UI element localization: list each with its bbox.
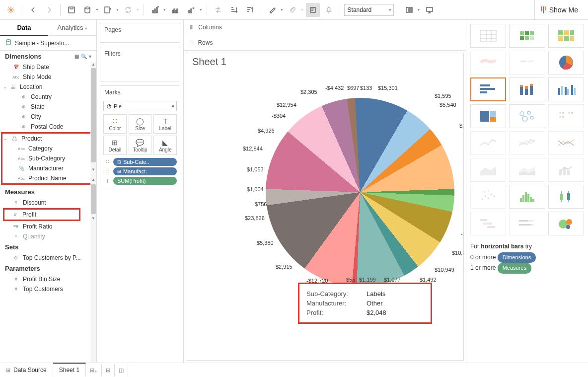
showme-pie[interactable] — [548, 51, 584, 75]
search-icon[interactable]: 🔍 — [81, 54, 87, 59]
rows-shelf[interactable]: ≡Rows — [184, 35, 466, 51]
showme-bullet[interactable] — [509, 212, 545, 235]
forward-button[interactable] — [42, 3, 56, 17]
showme-histogram[interactable] — [509, 185, 545, 209]
field-location[interactable]: ⌄品Location — [0, 82, 96, 92]
showme-line-discrete[interactable] — [509, 131, 545, 155]
showme-symbol-map[interactable] — [470, 51, 506, 75]
showme-highlight-table[interactable] — [548, 24, 584, 48]
view-as-list-icon[interactable]: ▦ — [74, 54, 79, 59]
tab-sheet-1[interactable]: Sheet 1 — [53, 363, 86, 377]
viz-area[interactable]: Sheet 1 $133 $15,301 $1,595 $5,540 $1,70… — [186, 53, 464, 361]
attach-button[interactable] — [286, 3, 299, 17]
field-city[interactable]: ⊕City — [0, 112, 96, 122]
showme-filled-map[interactable] — [509, 51, 545, 75]
mark-type-dropdown[interactable]: ◔Pie — [103, 101, 177, 111]
new-datasource-button[interactable] — [80, 3, 94, 17]
showme-circle-views[interactable] — [509, 104, 545, 128]
showme-scatter[interactable]: ++ — [470, 185, 506, 209]
new-worksheet-button[interactable] — [101, 3, 115, 17]
save-button[interactable] — [65, 3, 78, 17]
field-profit-ratio[interactable]: =#Profit Ratio — [0, 222, 96, 231]
field-sub-category[interactable]: AbcSub-Category — [2, 153, 91, 163]
tab-data-source[interactable]: ⊞Data Source — [0, 364, 53, 377]
show-labels-button[interactable] — [306, 3, 320, 17]
field-postal-code[interactable]: ⊕Postal Code — [0, 122, 96, 132]
tab-data[interactable]: Data — [0, 20, 48, 35]
pin-button[interactable] — [322, 3, 336, 17]
highlight-button[interactable] — [265, 3, 279, 17]
marks-color-button[interactable]: ∷Color — [103, 114, 127, 134]
filters-card[interactable]: Filters — [100, 47, 180, 81]
collapse-icon[interactable]: ⌄ — [3, 136, 7, 141]
show-cards-button[interactable] — [402, 3, 416, 17]
collapse-icon[interactable]: ⌄ — [3, 84, 7, 89]
field-product-name[interactable]: AbcProduct Name — [2, 173, 91, 183]
pill-manufacturer[interactable]: ⊞Manufact.. — [113, 167, 177, 175]
scrollbar[interactable]: ▲ ▼ ▲ ▼ — [90, 62, 96, 363]
tab-analytics[interactable]: Analytics ♦ — [48, 20, 96, 35]
presentation-button[interactable] — [423, 3, 437, 17]
showme-area-continuous[interactable] — [470, 158, 506, 182]
field-top-customers-set[interactable]: ⊘Top Customers by P... — [0, 253, 96, 263]
marks-tooltip-button[interactable]: 💬Tooltip — [129, 136, 152, 155]
scrollbar-thumb[interactable] — [91, 68, 96, 162]
clear-sheet-button[interactable] — [184, 3, 198, 17]
showme-gantt[interactable] — [470, 212, 506, 235]
showme-table[interactable] — [470, 24, 506, 48]
field-state[interactable]: ⊕State — [0, 102, 96, 112]
pages-card[interactable]: Pages — [100, 23, 180, 43]
sort-asc-button[interactable] — [227, 3, 241, 17]
pill-sum-profit[interactable]: SUM(Profit) — [113, 177, 177, 185]
marks-label-button[interactable]: TLabel — [153, 114, 177, 134]
field-discount[interactable]: #Discount — [0, 198, 96, 208]
back-button[interactable] — [26, 3, 40, 17]
field-ship-mode[interactable]: AbcShip Mode — [0, 72, 96, 82]
svg-rect-41 — [525, 89, 528, 95]
showme-packed-bubbles[interactable] — [548, 212, 584, 235]
marks-detail-button[interactable]: ⊞Detail — [103, 136, 127, 155]
sort-desc-button[interactable] — [243, 3, 257, 17]
field-country[interactable]: ⊕Country — [0, 92, 96, 102]
swap-button[interactable] — [211, 3, 225, 17]
showme-heatmap[interactable] — [509, 24, 545, 48]
field-product[interactable]: ⌄品Product — [2, 134, 91, 144]
field-top-customers-param[interactable]: #Top Customers — [0, 284, 96, 294]
field-profit-bin-size[interactable]: #Profit Bin Size — [0, 274, 96, 284]
marks-angle-button[interactable]: ◣Angle — [153, 136, 177, 155]
showme-side-bars[interactable] — [548, 77, 584, 101]
new-sheet-button[interactable] — [148, 3, 162, 17]
showme-stacked-bars[interactable] — [509, 77, 545, 101]
datasource-item[interactable]: Sample - Supersto... — [0, 36, 96, 50]
showme-boxplot[interactable] — [548, 185, 584, 209]
showme-dual-combo[interactable] — [548, 158, 584, 182]
view-size-dropdown[interactable]: Standard — [344, 4, 394, 16]
show-me-toggle[interactable]: Show Me — [534, 0, 584, 19]
field-manufacturer[interactable]: 📎Manufacturer — [2, 163, 91, 173]
menu-icon[interactable]: ▾ — [89, 54, 91, 59]
showme-area-discrete[interactable] — [509, 158, 545, 182]
field-quantity[interactable]: #Quantity — [0, 231, 96, 241]
duplicate-sheet-button[interactable] — [168, 3, 182, 17]
new-story-button[interactable]: ◫ — [115, 364, 128, 377]
field-ship-date[interactable]: 📅Ship Date — [0, 62, 96, 72]
svg-rect-30 — [564, 30, 569, 35]
pill-sub-category[interactable]: ⊟Sub-Cate.. — [113, 158, 177, 166]
pie-chart[interactable] — [266, 98, 454, 287]
showme-side-circles[interactable] — [548, 104, 584, 128]
field-profit[interactable]: #Profit — [4, 210, 79, 220]
showme-treemap[interactable] — [470, 104, 506, 128]
sheet-title[interactable]: Sheet 1 — [186, 53, 463, 71]
new-worksheet-button[interactable]: ⊞₊ — [86, 364, 102, 377]
refresh-button[interactable] — [121, 3, 135, 17]
showme-horizontal-bars[interactable] — [470, 77, 506, 101]
tableau-logo-icon[interactable] — [4, 3, 18, 17]
showme-line-continuous[interactable] — [470, 131, 506, 155]
svg-rect-92 — [519, 224, 531, 226]
showme-dual-line[interactable] — [548, 131, 584, 155]
scrollbar-thumb[interactable] — [91, 184, 96, 214]
columns-shelf[interactable]: iiiColumns — [184, 20, 466, 35]
new-dashboard-button[interactable]: ⊞ — [102, 364, 115, 377]
marks-size-button[interactable]: ◯Size — [129, 114, 152, 134]
field-category[interactable]: AbcCategory — [2, 144, 91, 153]
